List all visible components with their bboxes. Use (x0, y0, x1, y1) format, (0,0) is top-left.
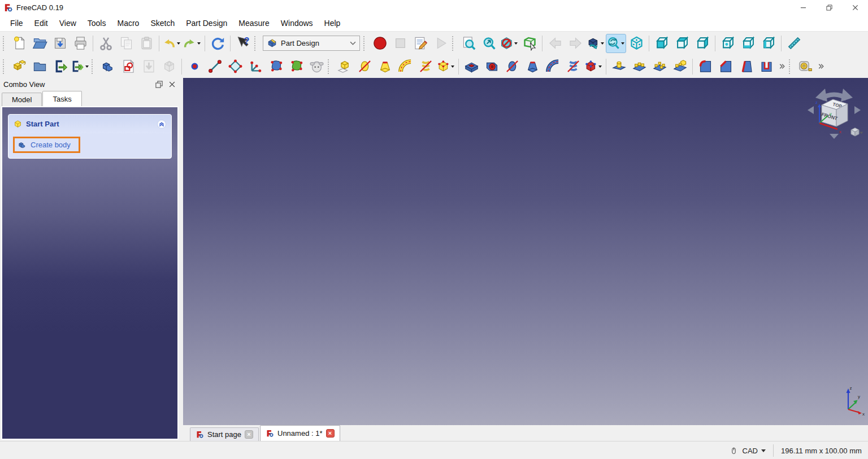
print-button[interactable] (70, 34, 90, 53)
restore-button[interactable] (816, 0, 842, 15)
create-body-button[interactable] (98, 57, 118, 76)
collapse-section-icon[interactable] (157, 119, 167, 129)
menu-help[interactable]: Help (319, 16, 346, 30)
3d-viewport[interactable]: TOP FRONT z y x (183, 78, 868, 425)
dropdown-arrow-icon[interactable] (514, 34, 519, 53)
make-link-group-button[interactable] (70, 57, 90, 76)
subtractive-helix-button[interactable] (563, 57, 583, 76)
view-bottom-button[interactable] (738, 34, 758, 53)
fit-all-button[interactable] (458, 34, 479, 53)
additive-helix-button[interactable] (415, 57, 436, 76)
link-navigation-button[interactable] (585, 34, 606, 53)
save-document-button[interactable] (50, 34, 70, 53)
subtractive-primitive-button[interactable] (583, 57, 604, 76)
additive-loft-button[interactable] (375, 57, 395, 76)
local-coordinate-system-button[interactable] (245, 57, 266, 76)
dropdown-arrow-icon[interactable] (598, 58, 603, 76)
menu-file[interactable]: File (5, 16, 29, 30)
macro-edit-button[interactable] (410, 34, 431, 53)
document-tab-unnamed[interactable]: Unnamed : 1*× (260, 425, 340, 441)
additive-primitive-button[interactable] (436, 57, 456, 76)
menu-tools[interactable]: Tools (82, 16, 112, 30)
refresh-document-button[interactable] (207, 34, 228, 53)
undo-button[interactable] (162, 34, 182, 53)
dropdown-arrow-icon[interactable] (600, 34, 605, 53)
view-left-button[interactable] (758, 34, 779, 53)
menu-measure[interactable]: Measure (233, 16, 275, 30)
dropdown-arrow-icon[interactable] (85, 58, 90, 76)
redo-button[interactable] (182, 34, 202, 53)
toolbar-extension-2-button[interactable] (815, 57, 827, 76)
view-top-button[interactable] (672, 34, 692, 53)
create-body-highlight-annotation: Create body (13, 137, 80, 153)
create-sketch-button[interactable] (118, 57, 138, 76)
polar-pattern-button[interactable] (649, 57, 670, 76)
selection-bounding-box-button[interactable] (519, 34, 540, 53)
menu-part-design[interactable]: Part Design (180, 16, 233, 30)
menu-sketch[interactable]: Sketch (145, 16, 180, 30)
fillet-button[interactable] (695, 57, 715, 76)
sub-shape-binder-button[interactable] (286, 57, 306, 76)
whats-this-help-button[interactable]: ? (233, 34, 253, 53)
float-panel-icon[interactable] (155, 80, 163, 89)
mirrored-button[interactable] (609, 57, 629, 76)
datum-point-button[interactable] (184, 57, 205, 76)
new-document-button[interactable] (9, 34, 29, 53)
fit-selection-button[interactable] (479, 34, 499, 53)
document-tab-start-page[interactable]: Start page× (190, 427, 259, 441)
menu-edit[interactable]: Edit (29, 16, 54, 30)
shape-binder-button[interactable] (266, 57, 286, 76)
macro-record-button[interactable] (370, 34, 390, 53)
subtractive-loft-button[interactable] (522, 57, 542, 76)
dropdown-arrow-icon[interactable] (197, 34, 202, 53)
start-part-section-header[interactable]: Start Part (8, 115, 171, 133)
menu-windows[interactable]: Windows (275, 16, 319, 30)
additive-pipe-button[interactable] (395, 57, 415, 76)
subtractive-pipe-button[interactable] (542, 57, 563, 76)
tab-tasks[interactable]: Tasks (42, 91, 81, 106)
workbench-selector[interactable]: Part Design (263, 36, 360, 51)
multi-transform-button[interactable] (670, 57, 690, 76)
toolbar-extension-button[interactable] (776, 57, 788, 76)
measure-distance-button[interactable] (784, 34, 804, 53)
groove-button[interactable] (502, 57, 522, 76)
draft-button[interactable] (736, 57, 756, 76)
linear-pattern-button[interactable] (629, 57, 649, 76)
create-part-button[interactable] (9, 57, 29, 76)
hole-button[interactable] (481, 57, 502, 76)
close-panel-icon[interactable] (168, 80, 176, 89)
make-link-button[interactable] (50, 57, 70, 76)
measure-linear-button[interactable] (795, 57, 815, 76)
minimize-button[interactable] (790, 0, 816, 15)
pad-button[interactable] (334, 57, 354, 76)
navigation-style-selector[interactable]: CAD (743, 447, 766, 455)
axonometric-view-button[interactable] (626, 34, 646, 53)
view-rear-button[interactable] (718, 34, 738, 53)
open-document-button[interactable] (29, 34, 50, 53)
thickness-button[interactable] (756, 57, 776, 76)
revolution-button[interactable] (354, 57, 375, 76)
datum-line-button[interactable] (205, 57, 225, 76)
dropdown-arrow-icon[interactable] (450, 58, 455, 76)
menu-macro[interactable]: Macro (111, 16, 145, 30)
close-tab-icon[interactable]: × (326, 429, 335, 438)
close-tab-icon[interactable]: × (245, 430, 253, 439)
view-right-button[interactable] (692, 34, 713, 53)
view-front-button[interactable] (652, 34, 672, 53)
clone-button[interactable] (306, 57, 327, 76)
nav-cube-menu-icon[interactable] (851, 128, 863, 137)
datum-plane-button[interactable] (225, 57, 245, 76)
menu-view[interactable]: View (54, 16, 82, 30)
dropdown-arrow-icon[interactable] (176, 34, 181, 53)
draw-style-button[interactable] (499, 34, 519, 53)
create-body-task-button[interactable]: Create body (15, 138, 79, 151)
pocket-button[interactable] (461, 57, 481, 76)
close-button[interactable] (842, 0, 868, 15)
dropdown-arrow-icon[interactable] (620, 34, 626, 53)
navigation-cube[interactable]: TOP FRONT z y x (805, 81, 863, 140)
cut-button[interactable] (96, 34, 116, 53)
chamfer-button[interactable] (715, 57, 736, 76)
tab-model[interactable]: Model (2, 93, 42, 106)
sync-view-button[interactable] (606, 34, 626, 53)
create-group-button[interactable] (29, 57, 50, 76)
